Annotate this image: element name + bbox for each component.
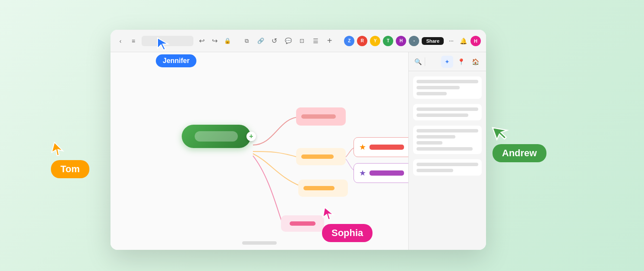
more-icon[interactable]: ··· <box>446 36 456 46</box>
sidebar-bar-medium-1 <box>417 86 460 89</box>
back-icon[interactable]: ‹ <box>116 36 125 46</box>
sidebar-content <box>409 71 486 250</box>
andrew-label: Andrew <box>492 144 546 162</box>
svg-marker-1 <box>51 142 64 157</box>
sub-bar-1 <box>369 145 404 150</box>
sidebar-home-icon[interactable]: 🏠 <box>470 56 482 68</box>
outer-wrapper: Jennifer Tom Andrew Sophia ‹ ≡ ↩ ↪ <box>24 13 620 258</box>
sophia-cursor: Sophia <box>322 207 373 242</box>
sidebar-divider <box>425 57 425 66</box>
toolbar-right: Z R Y T H • Share ··· 🔔 H <box>344 36 481 46</box>
branch-bar-4 <box>290 221 316 226</box>
sidebar-bar-full-3 <box>417 129 478 132</box>
sidebar-bar-medium-3 <box>417 135 455 139</box>
jennifer-cursor: Jennifer <box>156 36 196 67</box>
sidebar-mindmap-icon[interactable]: ✦ <box>441 56 453 68</box>
redo-icon[interactable]: ↪ <box>210 36 219 46</box>
sub-branch-1[interactable]: ★ <box>354 137 408 157</box>
sidebar-group-2 <box>413 104 482 120</box>
branch-node-2[interactable] <box>296 148 346 165</box>
jennifer-label: Jennifer <box>156 54 196 67</box>
branch-bar-1 <box>301 114 336 119</box>
branch-node-4[interactable] <box>281 215 324 232</box>
add-icon[interactable]: + <box>325 36 335 46</box>
duplicate-icon[interactable]: ⧉ <box>242 36 252 46</box>
avatar-dot: • <box>409 36 419 46</box>
jennifer-cursor-arrow <box>156 36 171 52</box>
avatar-y: Y <box>370 36 380 46</box>
avatar-r: R <box>357 36 367 46</box>
center-node-bar <box>195 131 238 142</box>
branch-bar-2 <box>301 154 334 159</box>
bell-icon[interactable]: 🔔 <box>458 36 468 46</box>
undo-icon[interactable]: ↩ <box>197 36 206 46</box>
andrew-cursor: Andrew <box>492 123 546 162</box>
center-node[interactable]: + <box>182 125 251 148</box>
lock-icon[interactable]: 🔒 <box>223 36 232 46</box>
sidebar-bar-medium-4 <box>417 169 453 172</box>
branch-node-1[interactable] <box>296 107 346 126</box>
sidebar-bar-full-1 <box>417 80 478 83</box>
branch-node-3[interactable] <box>298 180 348 197</box>
list-icon[interactable]: ☰ <box>311 36 321 46</box>
sidebar-location-icon[interactable]: 📍 <box>455 56 467 68</box>
plus-button[interactable]: + <box>246 132 256 141</box>
link-icon[interactable]: 🔗 <box>256 36 265 46</box>
sub-branch-2[interactable]: ★ <box>354 163 408 183</box>
sidebar-bar-short-1 <box>417 92 447 95</box>
svg-marker-3 <box>323 208 335 221</box>
tom-cursor: Tom <box>51 142 89 178</box>
sidebar-bar-full-4 <box>417 163 478 166</box>
star-icon-2: ★ <box>359 168 366 178</box>
avatar-h: H <box>396 36 406 46</box>
sidebar-toolbar: 🔍 ✦ 📍 🏠 <box>409 52 486 71</box>
sub-bar-2 <box>369 170 404 176</box>
crop-icon[interactable]: ⊡ <box>297 36 307 46</box>
sidebar-expand-icon[interactable] <box>427 56 439 68</box>
svg-marker-2 <box>492 123 509 142</box>
share-button[interactable]: Share <box>422 37 444 45</box>
sophia-label: Sophia <box>322 224 373 242</box>
sophia-cursor-arrow <box>321 205 338 222</box>
rotate-icon[interactable]: ↺ <box>270 36 279 46</box>
avatar-me[interactable]: H <box>470 36 481 46</box>
tom-label: Tom <box>51 160 89 178</box>
svg-marker-0 <box>158 38 168 50</box>
menu-icon[interactable]: ≡ <box>129 36 138 46</box>
sidebar-search-icon[interactable]: 🔍 <box>413 57 423 66</box>
avatar-t: T <box>383 36 393 46</box>
comment-icon[interactable]: 💬 <box>284 36 293 46</box>
right-sidebar: 🔍 ✦ 📍 🏠 <box>408 52 486 250</box>
sidebar-group-1 <box>413 76 482 99</box>
sidebar-bar-long-3 <box>417 147 473 151</box>
branch-bar-3 <box>303 186 335 190</box>
tom-cursor-arrow <box>49 140 68 159</box>
sidebar-bar-full-2 <box>417 107 478 111</box>
toolbar-center: ⧉ 🔗 ↺ 💬 ⊡ ☰ + <box>236 36 341 46</box>
canvas-scrollbar[interactable] <box>242 241 277 245</box>
andrew-cursor-arrow <box>490 120 514 144</box>
sidebar-bar-short-3 <box>417 141 442 145</box>
main-content: + ★ ★ <box>110 52 486 250</box>
avatar-z: Z <box>344 36 354 46</box>
sidebar-group-4 <box>413 159 482 176</box>
sidebar-group-3 <box>413 126 482 154</box>
sidebar-bar-long-2 <box>417 113 468 117</box>
star-icon-1: ★ <box>359 142 366 152</box>
